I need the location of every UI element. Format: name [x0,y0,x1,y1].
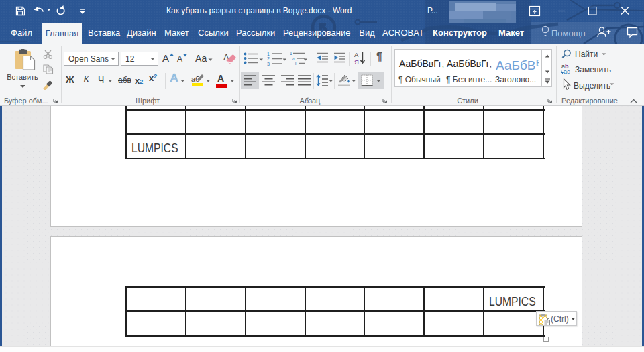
svg-text:1: 1 [290,51,292,56]
svg-text:3: 3 [267,62,270,66]
svg-text:a: a [292,56,295,61]
svg-text:1: 1 [267,52,270,56]
svg-text:i: i [295,61,296,66]
svg-text:2: 2 [267,56,270,61]
svg-text:Я: Я [354,58,359,66]
svg-text:А: А [354,51,359,58]
svg-text:ac: ac [564,68,570,74]
